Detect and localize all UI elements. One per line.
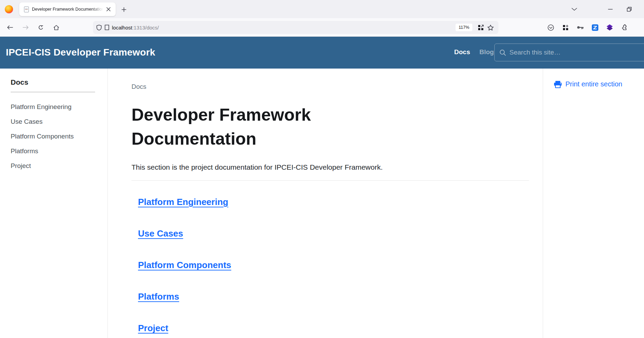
extension-grid-arrow-icon[interactable] [476, 23, 485, 32]
bookmark-star-icon[interactable] [485, 23, 496, 32]
site-search-box[interactable] [494, 44, 644, 61]
zotero-extension-icon[interactable] [589, 22, 600, 33]
intro-paragraph: This section is the project documentatio… [131, 163, 529, 171]
main-content: Docs Developer Framework Documentation T… [108, 69, 543, 338]
forward-button[interactable] [20, 22, 31, 33]
page-info-icon[interactable] [105, 25, 109, 30]
breadcrumb[interactable]: Docs [131, 83, 529, 90]
section-link-platform-engineering[interactable]: Platform Engineering [138, 197, 228, 207]
nav-link-blog[interactable]: Blog [479, 48, 494, 56]
section-link-platform-components[interactable]: Platform Components [138, 260, 231, 270]
tracking-shield-icon[interactable] [96, 25, 102, 31]
list-all-tabs-chevron-icon[interactable] [569, 4, 579, 14]
sidebar-item-platform-engineering[interactable]: Platform Engineering [11, 100, 101, 114]
zoom-level-indicator[interactable]: 117% [456, 24, 472, 31]
tab-close-icon[interactable] [105, 5, 112, 13]
nav-link-docs[interactable]: Docs [454, 48, 470, 56]
window-minimize-button[interactable] [605, 4, 616, 14]
url-host: localhost [112, 25, 132, 31]
window-restore-button[interactable] [624, 4, 634, 14]
tab-title: Developer Framework Documentation [32, 7, 105, 12]
extensions-grid-plus-icon[interactable] [560, 22, 571, 33]
print-section-label: Print entire section [565, 80, 622, 88]
back-button[interactable] [4, 22, 15, 33]
purple-layers-extension-icon[interactable] [604, 22, 615, 33]
sidebar-heading[interactable]: Docs [11, 78, 101, 86]
section-link-list: Platform Engineering Use Cases Platform … [131, 197, 529, 334]
address-bar[interactable]: localhost:1313/docs/ 117% [93, 21, 498, 34]
section-link-project[interactable]: Project [138, 323, 168, 334]
site-header: IPCEI-CIS Developer Framework Docs Blog [0, 37, 644, 69]
page-body: Docs Platform Engineering Use Cases Plat… [0, 69, 644, 338]
sidebar-divider [11, 92, 95, 92]
password-key-icon[interactable] [575, 22, 586, 33]
url-text: localhost:1313/docs/ [112, 25, 456, 31]
section-link-use-cases[interactable]: Use Cases [138, 228, 183, 239]
site-nav: Docs Blog [454, 48, 494, 56]
search-input[interactable] [509, 49, 633, 56]
reload-button[interactable] [35, 22, 46, 33]
content-divider [131, 180, 529, 181]
sidebar-item-platforms[interactable]: Platforms [11, 144, 101, 159]
printer-icon [554, 81, 562, 88]
firefox-logo-icon[interactable] [5, 5, 13, 13]
site-title[interactable]: IPCEI-CIS Developer Framework [6, 47, 155, 58]
right-sidebar: Print entire section [543, 69, 644, 338]
sidebar-item-platform-components[interactable]: Platform Components [11, 129, 101, 144]
extensions-puzzle-icon[interactable] [619, 22, 630, 33]
docs-sidebar: Docs Platform Engineering Use Cases Plat… [0, 69, 108, 338]
section-link-platforms[interactable]: Platforms [138, 291, 179, 302]
page-title: Developer Framework Documentation [131, 103, 399, 151]
sidebar-item-use-cases[interactable]: Use Cases [11, 114, 101, 129]
search-icon [499, 49, 506, 56]
new-tab-button[interactable] [119, 5, 128, 14]
toolbar-extension-area [545, 22, 644, 33]
browser-tab-bar: Developer Framework Documentation [0, 0, 644, 18]
sidebar-item-project[interactable]: Project [11, 159, 101, 173]
home-button[interactable] [51, 22, 62, 33]
url-path: :1313/docs/ [132, 25, 159, 31]
browser-toolbar: localhost:1313/docs/ 117% [0, 18, 644, 37]
browser-tab-active[interactable]: Developer Framework Documentation [19, 2, 116, 16]
pocket-icon[interactable] [545, 22, 556, 33]
page-favicon-icon [24, 7, 29, 12]
print-section-link[interactable]: Print entire section [554, 80, 641, 88]
